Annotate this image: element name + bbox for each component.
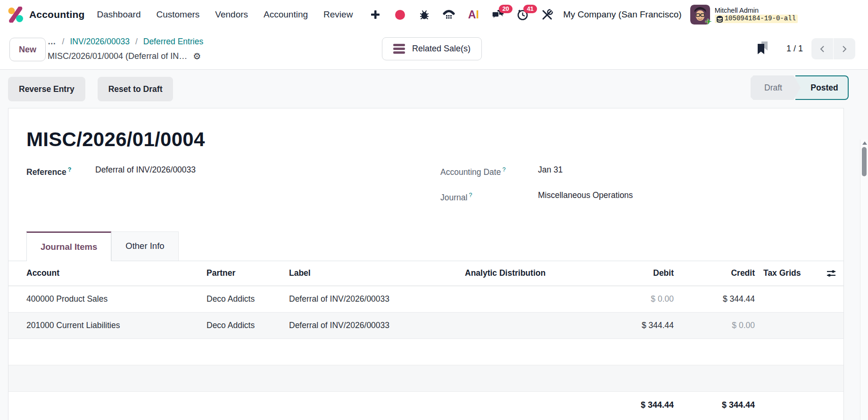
user-menu[interactable]: ✈ Mitchell Admin 105094184-19-0-all (690, 5, 798, 25)
field-group: Reference? Deferral of INV/2026/00033 Ac… (26, 163, 826, 214)
scrollbar-thumb[interactable] (862, 147, 867, 176)
cell-credit[interactable]: $ 0.00 (674, 321, 755, 330)
breadcrumb: … / INV/2026/00033 / Deferred Entries MI… (48, 34, 203, 64)
database-badge: 105094184-19-0-all (715, 15, 798, 23)
help-icon[interactable]: ? (469, 192, 472, 198)
odoo-accounting-window: Accounting Dashboard Customers Vendors A… (0, 0, 868, 420)
status-posted[interactable]: Posted (795, 75, 849, 100)
reset-to-draft-button[interactable]: Reset to Draft (98, 77, 174, 101)
entry-title: MISC/2026/01/0004 (26, 128, 826, 151)
activities-clock-icon[interactable]: 41 (516, 8, 529, 21)
chevron-left-icon (818, 44, 827, 54)
table-row[interactable]: 400000 Product Sales Deco Addicts Deferr… (8, 286, 843, 313)
plus-icon[interactable] (369, 8, 382, 21)
ai-icon[interactable]: AI (467, 8, 480, 21)
travel-plane-icon: ✈ (705, 17, 711, 26)
company-selector[interactable]: My Company (San Francisco) (563, 9, 681, 20)
journal-label: Journal? (440, 189, 538, 204)
record-icon[interactable] (393, 8, 406, 21)
user-name: Mitchell Admin (715, 6, 798, 15)
table-empty-row (8, 365, 843, 392)
database-icon (717, 16, 723, 23)
new-button[interactable]: New (9, 38, 46, 61)
cell-account[interactable]: 201000 Current Liabilities (8, 321, 207, 330)
reference-label: Reference? (26, 163, 95, 179)
table-header-row: Account Partner Label Analytic Distribut… (8, 261, 843, 286)
activities-badge: 41 (523, 5, 537, 13)
related-sales-button[interactable]: Related Sale(s) (382, 37, 482, 60)
journal-value[interactable]: Miscellaneous Operations (538, 189, 633, 202)
bookmark-icon[interactable] (755, 41, 769, 57)
optional-columns-icon[interactable] (826, 269, 836, 278)
pager-previous-button[interactable] (811, 38, 833, 59)
cell-account[interactable]: 400000 Product Sales (8, 294, 207, 304)
messages-badge: 20 (499, 5, 512, 13)
top-navbar: Accounting Dashboard Customers Vendors A… (0, 0, 868, 29)
column-header-label[interactable]: Label (289, 268, 465, 278)
column-header-partner[interactable]: Partner (207, 268, 289, 278)
column-header-account[interactable]: Account (8, 268, 207, 278)
app-name[interactable]: Accounting (29, 9, 85, 20)
app-switcher[interactable]: Accounting (8, 7, 85, 23)
tab-other-info[interactable]: Other Info (111, 231, 178, 261)
table-empty-row (8, 339, 843, 365)
menu-accounting[interactable]: Accounting (264, 9, 308, 20)
chevron-right-icon (840, 44, 849, 54)
gear-icon[interactable]: ⚙ (193, 51, 201, 61)
help-icon[interactable]: ? (502, 166, 505, 173)
phone-icon[interactable] (442, 8, 455, 21)
reference-value[interactable]: Deferral of INV/2026/00033 (95, 163, 196, 176)
column-header-analytic[interactable]: Analytic Distribution (465, 268, 562, 278)
tools-icon[interactable] (540, 8, 554, 21)
table-row[interactable]: 201000 Current Liabilities Deco Addicts … (8, 313, 843, 339)
related-sales-label: Related Sale(s) (412, 44, 471, 54)
help-icon[interactable]: ? (68, 166, 72, 173)
vertical-scrollbar[interactable] (860, 140, 868, 420)
messages-icon[interactable]: 20 (491, 8, 504, 21)
table-totals-row: $ 344.44 $ 344.44 (8, 392, 843, 420)
cell-partner[interactable]: Deco Addicts (207, 294, 289, 304)
total-credit: $ 344.44 (674, 400, 755, 410)
cell-debit[interactable]: $ 344.44 (562, 321, 674, 330)
breadcrumb-separator: / (135, 37, 138, 47)
status-draft[interactable]: Draft (751, 75, 801, 100)
cell-label[interactable]: Deferral of INV/2026/00033 (289, 294, 465, 304)
journal-items-table: Account Partner Label Analytic Distribut… (8, 261, 843, 420)
accounting-app-logo-icon (8, 7, 24, 23)
menu-dashboard[interactable]: Dashboard (97, 9, 141, 20)
cell-label[interactable]: Deferral of INV/2026/00033 (289, 321, 465, 330)
cell-credit[interactable]: $ 344.44 (674, 294, 755, 304)
pager-next-button[interactable] (834, 38, 855, 59)
column-header-debit[interactable]: Debit (562, 268, 674, 278)
scrollbar-up-arrow[interactable] (862, 141, 867, 145)
form-sheet: MISC/2026/01/0004 Reference? Deferral of… (8, 108, 844, 420)
accounting-date-value[interactable]: Jan 31 (538, 163, 563, 176)
top-menu: Dashboard Customers Vendors Accounting R… (97, 9, 353, 20)
pager-counter: 1 / 1 (786, 44, 803, 54)
hamburger-icon (393, 44, 405, 54)
menu-vendors[interactable]: Vendors (215, 9, 248, 20)
breadcrumb-current: MISC/2026/01/0004 (Deferral of IN… (48, 51, 187, 61)
database-name: 105094184-19-0-all (725, 15, 796, 23)
control-panel: New … / INV/2026/00033 / Deferred Entrie… (0, 29, 868, 69)
breadcrumb-link-deferred-entries[interactable]: Deferred Entries (143, 37, 203, 47)
menu-customers[interactable]: Customers (156, 9, 199, 20)
cell-debit[interactable]: $ 0.00 (562, 294, 674, 304)
form-view: Reverse Entry Reset to Draft Draft Poste… (0, 69, 868, 420)
action-buttons: Reverse Entry Reset to Draft (8, 77, 173, 101)
column-header-credit[interactable]: Credit (674, 268, 755, 278)
menu-review[interactable]: Review (323, 9, 353, 20)
tab-journal-items[interactable]: Journal Items (26, 231, 111, 261)
breadcrumb-link-invoice[interactable]: INV/2026/00033 (70, 37, 130, 47)
breadcrumb-ellipsis[interactable]: … (48, 37, 57, 47)
systray: AI 20 41 (369, 8, 554, 21)
column-header-tax-grids[interactable]: Tax Grids (755, 268, 821, 278)
status-bar: Draft Posted (751, 75, 849, 100)
breadcrumb-separator: / (62, 37, 65, 47)
cell-partner[interactable]: Deco Addicts (207, 321, 289, 330)
avatar: ✈ (690, 5, 710, 25)
bug-icon[interactable] (418, 8, 431, 21)
pager: 1 / 1 (755, 37, 855, 60)
accounting-date-label: Accounting Date? (440, 163, 538, 179)
reverse-entry-button[interactable]: Reverse Entry (8, 77, 85, 101)
